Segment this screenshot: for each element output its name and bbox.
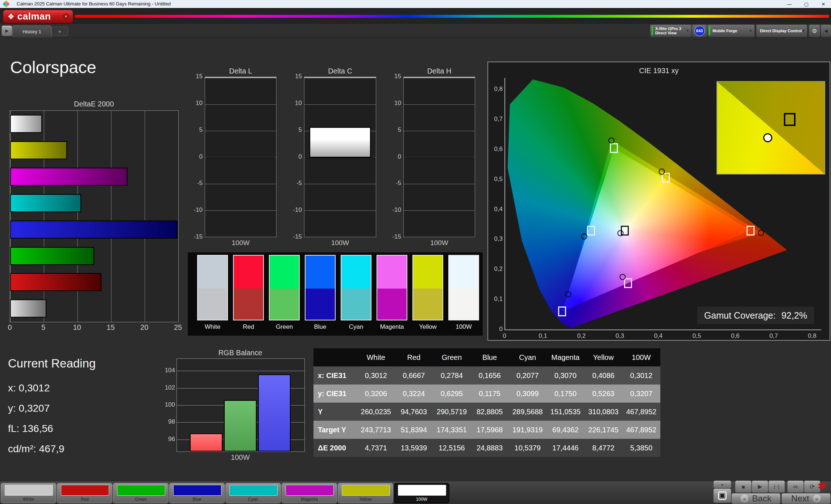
dc-y-tick: 15 bbox=[288, 73, 302, 80]
current-reading-title: Current Reading bbox=[8, 357, 96, 370]
swatch-actual-white bbox=[198, 256, 227, 289]
cie-chart-panel: CIE 1931 xy 00,10,20,30,40,50,60,70,800,… bbox=[487, 62, 830, 341]
swatch-column-magenta bbox=[377, 255, 407, 320]
swatch-target-red bbox=[234, 289, 263, 320]
tab-bar: ▶ History 1 + X-Rite i1Pro 3 Direct View… bbox=[0, 24, 831, 37]
stop-icon[interactable]: ■ bbox=[735, 480, 752, 493]
table-cell: 0,1750 bbox=[547, 390, 585, 398]
chevron-down-icon: ▼ bbox=[686, 29, 689, 33]
read-series-icon[interactable]: [··] bbox=[768, 480, 785, 493]
calman-menu-button[interactable]: ❖ calman ▼ bbox=[3, 10, 73, 23]
current-reading-line: cd/m²: 467,9 bbox=[8, 443, 65, 455]
swatch-actual-100w bbox=[449, 256, 478, 289]
continuous-read-icon[interactable]: ∞ bbox=[787, 480, 804, 493]
play-icon[interactable]: ▶ bbox=[752, 480, 768, 493]
deltae-bar-cyan bbox=[10, 194, 81, 212]
maximize-button-icon[interactable]: ▢ bbox=[800, 0, 813, 8]
table-cell: 0,2784 bbox=[433, 371, 471, 380]
cie-y-tick: 0 bbox=[489, 326, 503, 333]
table-column-header-magenta: Magenta bbox=[547, 353, 585, 362]
swatch-label: Green bbox=[268, 323, 300, 331]
meter-count-button[interactable]: 643 bbox=[692, 24, 707, 37]
dl-y-tick: 5 bbox=[189, 126, 203, 134]
table-cell: 191,9319 bbox=[508, 426, 547, 434]
chevron-down-icon: ▼ bbox=[749, 29, 752, 33]
minimize-button-icon[interactable]: — bbox=[783, 0, 795, 8]
swatch-label: Magenta bbox=[376, 323, 408, 331]
dh-y-tick: 5 bbox=[387, 126, 401, 134]
pattern-label: White bbox=[1, 497, 56, 502]
cie-x-tick: 0 bbox=[503, 332, 506, 340]
source-status-indicator bbox=[709, 26, 710, 35]
cie-x-tick: 0,6 bbox=[731, 332, 740, 340]
display-control-selector[interactable]: Direct Display Control ▼ bbox=[756, 24, 807, 37]
cie-x-tick: 0,1 bbox=[539, 332, 547, 340]
pattern-button-100w[interactable]: 100W bbox=[394, 483, 449, 503]
deltae-x-tick: 10 bbox=[73, 323, 81, 332]
table-cell: 0,3099 bbox=[508, 390, 547, 398]
dc-bar bbox=[309, 127, 371, 157]
table-column-header-cyan: Cyan bbox=[508, 353, 547, 362]
dh-zero-line bbox=[404, 158, 474, 158]
deltae-x-tick: 25 bbox=[174, 323, 182, 332]
measurement-table: WhiteRedGreenBlueCyanMagentaYellow100Wx:… bbox=[313, 348, 660, 457]
swatch-actual-red bbox=[234, 256, 263, 289]
table-cell: 0,1656 bbox=[471, 371, 509, 380]
swatch-column-100w bbox=[448, 255, 479, 320]
table-cell: 17,5968 bbox=[471, 426, 509, 434]
pattern-button-cyan[interactable]: Cyan bbox=[225, 483, 281, 503]
pattern-button-red[interactable]: Red bbox=[57, 483, 112, 503]
rgb-y-tick: 100 bbox=[160, 401, 175, 408]
close-button-icon[interactable]: ✕ bbox=[817, 0, 830, 8]
table-column-header-white: White bbox=[357, 353, 395, 362]
table-cell: 94,7603 bbox=[395, 408, 433, 416]
pattern-button-magenta[interactable]: Magenta bbox=[282, 483, 337, 503]
pattern-button-green[interactable]: Green bbox=[113, 483, 169, 503]
deltae-bar-green bbox=[10, 247, 94, 265]
table-column-header-green: Green bbox=[433, 353, 471, 362]
swatch-column-blue bbox=[305, 255, 336, 320]
add-tab-button[interactable]: + bbox=[51, 26, 68, 36]
table-row-label: y: CIE31 bbox=[313, 390, 357, 398]
pattern-swatch-blue bbox=[173, 485, 221, 496]
pattern-button-white[interactable]: White bbox=[1, 483, 56, 503]
table-row: Y260,023594,7603290,571982,8805289,56881… bbox=[313, 403, 660, 421]
collapse-panel-icon[interactable]: ◀ bbox=[820, 24, 831, 37]
table-cell: 4,7371 bbox=[357, 444, 395, 452]
swatch-target-white bbox=[198, 289, 227, 320]
swatch-label: 100W bbox=[448, 323, 480, 331]
next-button[interactable]: Next » bbox=[781, 493, 831, 504]
cie-target-square-cyan bbox=[587, 226, 595, 236]
table-header-row: WhiteRedGreenBlueCyanMagentaYellow100W bbox=[313, 348, 660, 366]
swatch-compare-panel: Actual Target WhiteRedGreenBlueCyanMagen… bbox=[188, 252, 483, 336]
table-cell: 151,0535 bbox=[547, 408, 585, 416]
pattern-window-button[interactable] bbox=[713, 488, 731, 503]
rgb-bar-red bbox=[190, 433, 223, 452]
rgb-y-tick: 102 bbox=[160, 384, 175, 391]
deltae-x-tick: 5 bbox=[41, 323, 45, 332]
tab-scroll-icon[interactable]: ▶ bbox=[1, 25, 12, 36]
table-cell: 0,4086 bbox=[585, 371, 623, 380]
settings-gear-icon[interactable]: ⚙ bbox=[809, 24, 820, 37]
swatch-label: White bbox=[196, 323, 229, 331]
cie-measured-circle-green bbox=[608, 138, 615, 144]
panel-up-icon[interactable]: ▲ bbox=[713, 480, 731, 488]
deltae-bar-yellow bbox=[10, 141, 67, 159]
dl-y-tick: -10 bbox=[189, 206, 203, 214]
table-cell: 8,4772 bbox=[585, 444, 623, 452]
dc-y-tick: 5 bbox=[288, 126, 302, 134]
tab-history[interactable]: History 1 bbox=[12, 25, 51, 37]
inset-target-square bbox=[784, 113, 795, 126]
page-title: Colorspace bbox=[10, 57, 96, 77]
swatch-actual-cyan bbox=[341, 256, 371, 289]
cie-y-tick: 0,5 bbox=[489, 176, 503, 183]
delta-c-title: Delta C bbox=[304, 67, 376, 75]
meter-selector[interactable]: X-Rite i1Pro 3 Direct View ▼ bbox=[650, 24, 692, 37]
back-button[interactable]: « Back bbox=[731, 493, 781, 504]
swatch-actual-yellow bbox=[413, 256, 442, 289]
dc-y-tick: 10 bbox=[288, 100, 302, 107]
pattern-button-yellow[interactable]: Yellow bbox=[338, 483, 393, 503]
source-selector[interactable]: Mobile Forge ▼ bbox=[707, 24, 755, 37]
pattern-button-blue[interactable]: Blue bbox=[169, 483, 225, 503]
swatch-target-magenta bbox=[377, 289, 407, 320]
